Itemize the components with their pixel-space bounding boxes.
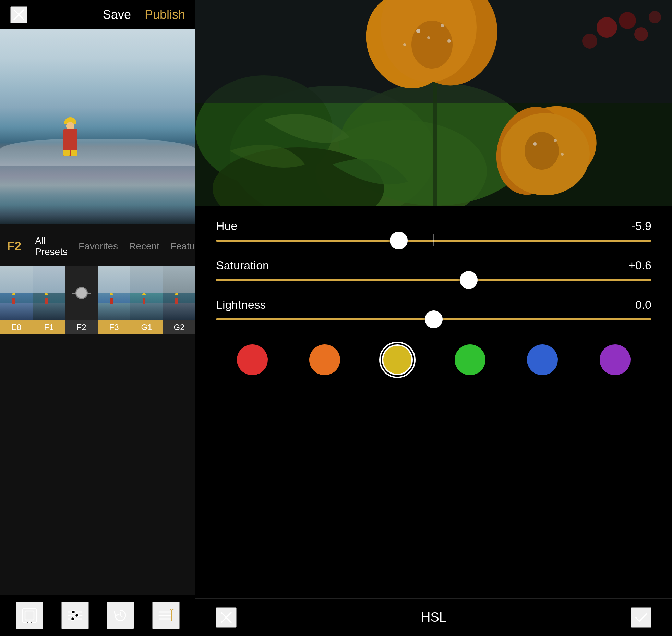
save-button[interactable]: Save <box>103 8 131 22</box>
history-icon <box>112 607 129 624</box>
color-circles <box>216 338 651 386</box>
header-actions: Save Publish <box>103 8 185 22</box>
preset-f2[interactable]: F2 <box>65 266 98 595</box>
saturation-thumb[interactable] <box>460 271 478 289</box>
right-panel: Hue -5.9 Saturation +0.6 Lightness 0.0 <box>195 0 672 636</box>
left-panel: Save Publish F2 All Presets Favorites <box>0 0 195 636</box>
color-blue[interactable] <box>527 344 558 375</box>
hue-slider-header: Hue -5.9 <box>216 219 651 233</box>
main-photo <box>0 29 195 224</box>
adjust-button[interactable] <box>61 602 89 629</box>
svg-point-4 <box>28 621 31 623</box>
left-header: Save Publish <box>0 0 195 29</box>
hue-thumb[interactable] <box>390 232 408 249</box>
wave-foam <box>0 139 195 166</box>
lightness-track[interactable] <box>216 318 651 320</box>
tab-all-presets[interactable]: All Presets <box>29 233 73 260</box>
presets-area: F2 All Presets Favorites Recent Featured <box>0 224 195 595</box>
close-icon <box>13 9 25 21</box>
color-purple[interactable] <box>600 344 631 375</box>
child-boots-left <box>63 150 70 156</box>
hue-value: -5.9 <box>631 219 651 233</box>
hsl-title: HSL <box>237 610 631 625</box>
preset-f2-image <box>65 266 98 320</box>
history-button[interactable] <box>107 602 134 629</box>
right-bottom-bar: HSL <box>195 598 672 636</box>
preset-g2-image <box>163 266 195 320</box>
preset-f1[interactable]: F1 <box>33 266 65 595</box>
preset-f3-label: F3 <box>98 320 130 334</box>
frames-button[interactable] <box>16 602 43 629</box>
close-button[interactable] <box>10 6 27 23</box>
lightness-slider-group: Lightness 0.0 <box>216 298 651 324</box>
preset-e8[interactable]: E8 <box>0 266 33 595</box>
confirm-icon <box>634 610 649 625</box>
photo-background <box>0 29 195 224</box>
svg-point-6 <box>31 622 32 623</box>
hue-label: Hue <box>216 219 237 233</box>
lightness-value: 0.0 <box>635 298 651 311</box>
saturation-slider-group: Saturation +0.6 <box>216 259 651 284</box>
tab-recent[interactable]: Recent <box>123 238 165 255</box>
hue-center-line <box>433 234 434 246</box>
preset-g2[interactable]: G2 <box>163 266 195 595</box>
left-toolbar <box>0 595 195 636</box>
preset-g2-label: G2 <box>163 320 195 334</box>
hsl-cancel-button[interactable] <box>216 607 237 628</box>
svg-point-5 <box>27 622 28 623</box>
saturation-value: +0.6 <box>628 259 651 272</box>
svg-point-10 <box>72 610 75 614</box>
child-figure <box>60 115 81 156</box>
color-green[interactable] <box>455 344 485 375</box>
lightness-thumb[interactable] <box>425 310 443 328</box>
preset-f2-label: F2 <box>65 320 98 334</box>
preset-e8-label: E8 <box>0 320 33 334</box>
color-yellow[interactable] <box>382 344 413 375</box>
cancel-icon <box>219 611 233 624</box>
lightness-label: Lightness <box>216 298 266 311</box>
color-orange[interactable] <box>309 344 340 375</box>
saturation-label: Saturation <box>216 259 269 272</box>
saturation-slider-header: Saturation +0.6 <box>216 259 651 272</box>
svg-rect-49 <box>195 0 672 206</box>
adjust-icon <box>67 607 84 624</box>
preset-f1-label: F1 <box>33 320 65 334</box>
preset-thumbnails: E8 F1 <box>0 266 195 595</box>
child-boots-right <box>71 150 77 156</box>
flower-svg <box>195 0 672 206</box>
lightness-slider-header: Lightness 0.0 <box>216 298 651 311</box>
flower-photo <box>195 0 672 206</box>
tab-favorites[interactable]: Favorites <box>73 238 123 255</box>
hue-track[interactable] <box>216 240 651 242</box>
preset-g1-image <box>130 266 163 320</box>
publish-button[interactable]: Publish <box>145 8 185 22</box>
svg-rect-3 <box>25 611 34 620</box>
menu-icon <box>157 607 175 624</box>
color-red[interactable] <box>237 344 268 375</box>
preset-f1-image <box>33 266 65 320</box>
preset-e8-image <box>0 266 33 320</box>
preset-g1[interactable]: G1 <box>130 266 163 595</box>
hue-slider-group: Hue -5.9 <box>216 219 651 245</box>
flower-background <box>195 0 672 206</box>
saturation-track[interactable] <box>216 279 651 281</box>
menu-button[interactable] <box>152 602 180 629</box>
preset-f3-image <box>98 266 130 320</box>
preset-tabs: F2 All Presets Favorites Recent Featured <box>0 224 195 266</box>
hsl-confirm-button[interactable] <box>631 607 651 628</box>
preset-g1-label: G1 <box>130 320 163 334</box>
frames-icon <box>21 607 38 624</box>
preset-f3[interactable]: F3 <box>98 266 130 595</box>
svg-point-11 <box>75 614 79 617</box>
svg-line-14 <box>120 615 122 617</box>
current-preset-label: F2 <box>7 239 21 254</box>
controls-area: Hue -5.9 Saturation +0.6 Lightness 0.0 <box>195 206 672 598</box>
svg-point-12 <box>71 617 74 621</box>
